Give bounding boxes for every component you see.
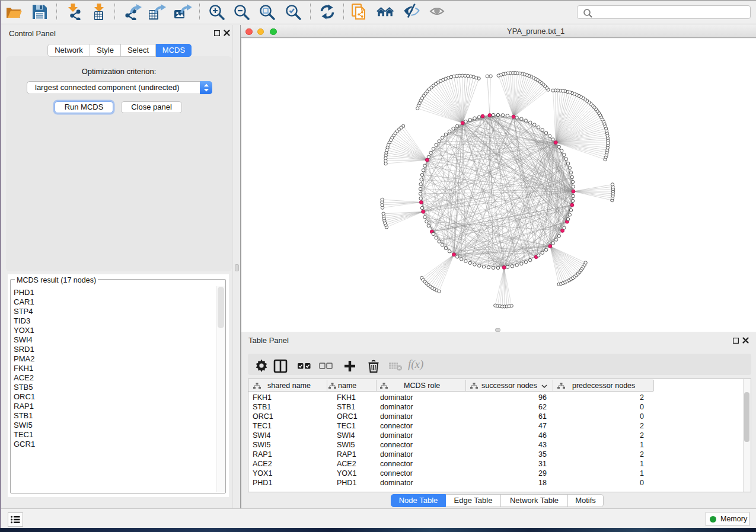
svg-text:f(x): f(x) (408, 358, 423, 371)
